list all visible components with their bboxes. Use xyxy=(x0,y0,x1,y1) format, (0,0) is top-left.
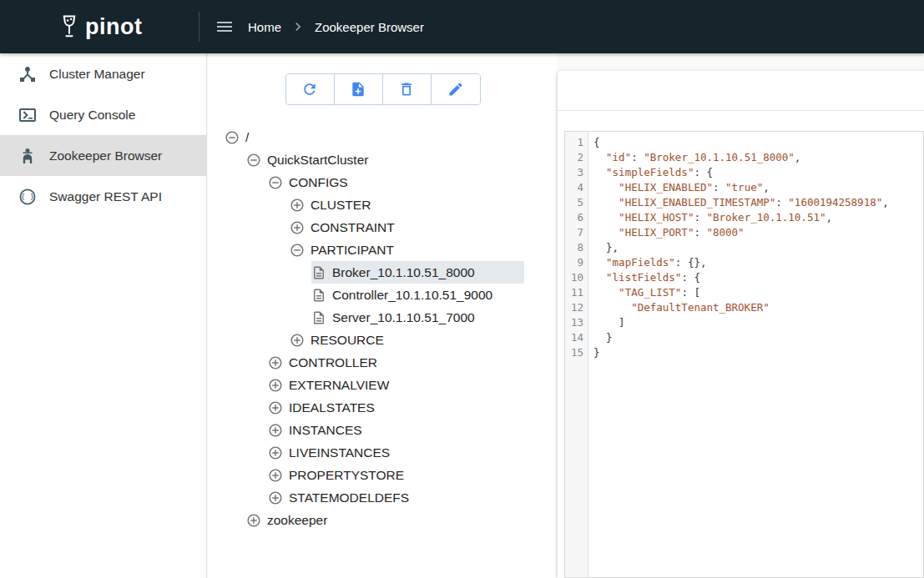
collapse-node-icon xyxy=(225,130,240,145)
tree-node-label: / xyxy=(245,130,249,145)
sidebar-item-label: Cluster Manager xyxy=(49,67,145,82)
sidebar-item-swagger-rest-api[interactable]: { }Swagger REST API xyxy=(0,176,206,217)
tree-row: CONTROLLER xyxy=(208,351,558,374)
refresh-icon xyxy=(301,81,318,98)
tree-node-label: Broker_10.1.10.51_8000 xyxy=(332,265,475,280)
line-number: 8 xyxy=(565,240,583,255)
delete-button[interactable] xyxy=(383,74,432,104)
code-line: } xyxy=(593,345,923,360)
expand-node-icon xyxy=(268,490,283,505)
tree-node-zookeeper[interactable]: zookeeper xyxy=(246,509,524,531)
tree-node-label: PARTICIPANT xyxy=(311,243,394,258)
tree-toolbar xyxy=(208,73,558,105)
line-number: 5 xyxy=(565,195,583,210)
expand-node-icon xyxy=(290,220,305,235)
line-number: 7 xyxy=(565,225,583,240)
tree-node-configs[interactable]: CONFIGS xyxy=(268,171,524,194)
tree-node-broker-10-1-10-51-8000[interactable]: Broker_10.1.10.51_8000 xyxy=(311,261,524,284)
tree-row: CONSTRAINT xyxy=(208,216,558,239)
tree-node-label: Server_10.1.10.51_7000 xyxy=(332,310,475,325)
line-number: 1 xyxy=(565,135,583,150)
refresh-button[interactable] xyxy=(286,74,335,104)
file-icon xyxy=(311,265,326,280)
line-number: 9 xyxy=(565,255,583,270)
app-root: pinot Home Zookeeper Browser Cluster Man… xyxy=(0,0,924,578)
code-line: "HELIX_HOST": "Broker_10.1.10.51", xyxy=(593,210,923,225)
line-number: 2 xyxy=(565,150,583,165)
tree-toolbar-group xyxy=(285,73,481,105)
query-console-icon xyxy=(18,105,38,125)
collapse-node-icon xyxy=(246,153,261,168)
tree-node-root[interactable]: / xyxy=(225,126,524,148)
tree-node-idealstates[interactable]: IDEALSTATES xyxy=(268,396,524,419)
tree-node-label: CONFIGS xyxy=(289,175,348,190)
tree-node-constraint[interactable]: CONSTRAINT xyxy=(290,216,524,239)
tree-row: LIVEINSTANCES xyxy=(208,441,558,464)
code-editor[interactable]: 123456789101112131415 { "id": "Broker_10… xyxy=(564,131,924,578)
tree-node-resource[interactable]: RESOURCE xyxy=(290,329,524,351)
sidebar-item-label: Zookeeper Browser xyxy=(49,148,162,163)
tree-row: CONFIGS xyxy=(208,171,558,194)
editor-panel: 123456789101112131415 { "id": "Broker_10… xyxy=(558,53,924,578)
tree-row: RESOURCE xyxy=(208,329,558,351)
tree-row: EXTERNALVIEW xyxy=(208,374,558,396)
header-divider xyxy=(199,12,199,42)
file-icon xyxy=(311,288,326,303)
expand-node-icon xyxy=(290,333,305,348)
line-number: 10 xyxy=(565,270,583,285)
line-number: 15 xyxy=(565,345,583,360)
collapse-node-icon xyxy=(268,175,283,190)
tree-node-controller-10-1-10-51-9000[interactable]: Controller_10.1.10.51_9000 xyxy=(311,284,524,306)
tree-node-label: INSTANCES xyxy=(289,423,362,438)
breadcrumb-current: Zookeeper Browser xyxy=(315,20,424,34)
tree-node-label: CONTROLLER xyxy=(289,355,377,370)
tree-node-externalview[interactable]: EXTERNALVIEW xyxy=(268,374,524,396)
wine-glass-icon xyxy=(57,14,82,39)
code-line: "listFields": { xyxy=(593,270,923,285)
line-number: 3 xyxy=(565,165,583,180)
hamburger-icon xyxy=(215,17,235,37)
svg-text:{ }: { } xyxy=(21,193,34,201)
tree-node-label: CLUSTER xyxy=(311,198,371,213)
sidebar-item-label: Swagger REST API xyxy=(49,189,162,204)
line-number: 11 xyxy=(565,285,583,300)
add-node-button[interactable] xyxy=(335,74,383,104)
line-number: 4 xyxy=(565,180,583,195)
tree-row: PROPERTYSTORE xyxy=(208,464,558,486)
expand-node-icon xyxy=(268,378,283,393)
cluster-manager-icon xyxy=(18,64,38,84)
tree-node-controller[interactable]: CONTROLLER xyxy=(268,351,524,374)
tree-node-liveinstances[interactable]: LIVEINSTANCES xyxy=(268,441,524,464)
code-line: "HELIX_ENABLED_TIMESTAMP": "160019425891… xyxy=(593,195,923,210)
tree-node-participant[interactable]: PARTICIPANT xyxy=(290,239,524,261)
tree-row: Server_10.1.10.51_7000 xyxy=(208,306,558,329)
pinot-logo[interactable]: pinot xyxy=(0,14,199,39)
expand-node-icon xyxy=(268,423,283,438)
code-line: "HELIX_ENABLED": "true", xyxy=(593,180,923,195)
code-line: ] xyxy=(593,315,923,330)
tree-node-cluster[interactable]: CLUSTER xyxy=(290,194,524,216)
tree-row: IDEALSTATES xyxy=(208,396,558,419)
menu-button[interactable] xyxy=(215,17,235,37)
edit-icon xyxy=(447,81,464,98)
editor-code: { "id": "Broker_10.1.10.51_8000", "simpl… xyxy=(588,132,923,577)
edit-button[interactable] xyxy=(432,74,480,104)
breadcrumb: Home Zookeeper Browser xyxy=(248,18,424,35)
tree-node-quickstartcluster[interactable]: QuickStartCluster xyxy=(246,148,524,171)
tree-node-instances[interactable]: INSTANCES xyxy=(268,419,524,441)
zookeeper-icon xyxy=(18,146,38,166)
tree-row: Broker_10.1.10.51_8000 xyxy=(208,261,558,284)
zookeeper-tree-panel: /QuickStartClusterCONFIGSCLUSTERCONSTRAI… xyxy=(208,53,558,578)
sidebar-item-cluster-manager[interactable]: Cluster Manager xyxy=(0,53,206,94)
tree-node-statemodeldefs[interactable]: STATEMODELDEFS xyxy=(268,486,524,509)
collapse-node-icon xyxy=(290,243,305,258)
tree-node-label: Controller_10.1.10.51_9000 xyxy=(332,288,492,303)
breadcrumb-home[interactable]: Home xyxy=(248,20,281,34)
sidebar-item-query-console[interactable]: Query Console xyxy=(0,94,206,135)
code-line: }, xyxy=(593,240,923,255)
sidebar-item-zookeeper-browser[interactable]: Zookeeper Browser xyxy=(0,135,206,176)
code-line: "DefaultTenant_BROKER" xyxy=(593,300,923,315)
tree-node-propertystore[interactable]: PROPERTYSTORE xyxy=(268,464,524,486)
tree-node-server-10-1-10-51-7000[interactable]: Server_10.1.10.51_7000 xyxy=(311,306,524,329)
tree-node-label: zookeeper xyxy=(267,513,327,528)
